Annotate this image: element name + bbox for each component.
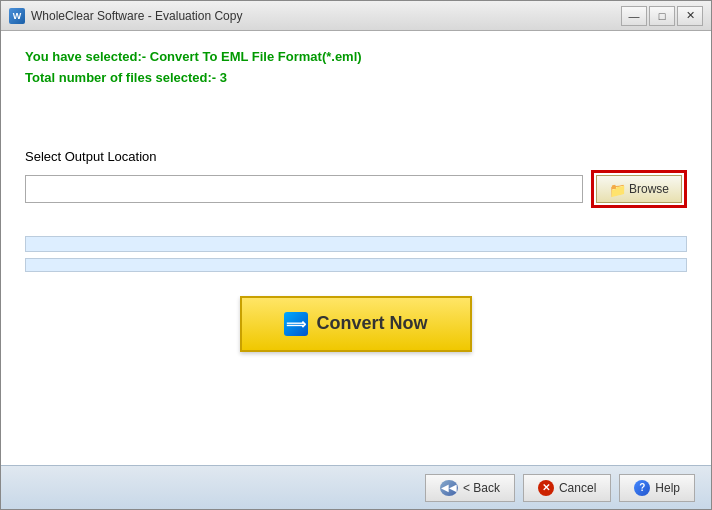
- output-label: Select Output Location: [25, 149, 687, 164]
- folder-icon: [609, 182, 625, 196]
- progress-bar-lower: [25, 258, 687, 272]
- browse-label: Browse: [629, 182, 669, 196]
- convert-icon: ⟹: [284, 312, 308, 336]
- browse-btn-highlight: Browse: [591, 170, 687, 208]
- maximize-button[interactable]: □: [649, 6, 675, 26]
- close-button[interactable]: ✕: [677, 6, 703, 26]
- output-path-input[interactable]: [25, 175, 583, 203]
- info-section: You have selected:- Convert To EML File …: [25, 47, 687, 89]
- bottom-bar: ◀◀ < Back ✕ Cancel ? Help: [1, 465, 711, 509]
- output-section: Select Output Location Browse: [25, 149, 687, 208]
- back-icon: ◀◀: [440, 480, 458, 496]
- help-label: Help: [655, 481, 680, 495]
- files-count-info: Total number of files selected:- 3: [25, 68, 687, 89]
- minimize-button[interactable]: —: [621, 6, 647, 26]
- convert-button-label: Convert Now: [316, 313, 427, 334]
- help-icon: ?: [634, 480, 650, 496]
- browse-button[interactable]: Browse: [596, 175, 682, 203]
- main-content: You have selected:- Convert To EML File …: [1, 31, 711, 465]
- convert-section: ⟹ Convert Now: [25, 296, 687, 352]
- main-window: WholeClear Software - Evaluation Copy — …: [0, 0, 712, 510]
- cancel-icon: ✕: [538, 480, 554, 496]
- window-controls: — □ ✕: [621, 6, 703, 26]
- cancel-button[interactable]: ✕ Cancel: [523, 474, 611, 502]
- selected-format-info: You have selected:- Convert To EML File …: [25, 47, 687, 68]
- spacer-top: [25, 109, 687, 149]
- back-label: < Back: [463, 481, 500, 495]
- output-row: Browse: [25, 170, 687, 208]
- help-button[interactable]: ? Help: [619, 474, 695, 502]
- back-button[interactable]: ◀◀ < Back: [425, 474, 515, 502]
- title-bar: WholeClear Software - Evaluation Copy — …: [1, 1, 711, 31]
- progress-section: [25, 236, 687, 272]
- window-title: WholeClear Software - Evaluation Copy: [31, 9, 621, 23]
- cancel-label: Cancel: [559, 481, 596, 495]
- progress-bar-upper: [25, 236, 687, 252]
- convert-now-button[interactable]: ⟹ Convert Now: [240, 296, 472, 352]
- app-icon: [9, 8, 25, 24]
